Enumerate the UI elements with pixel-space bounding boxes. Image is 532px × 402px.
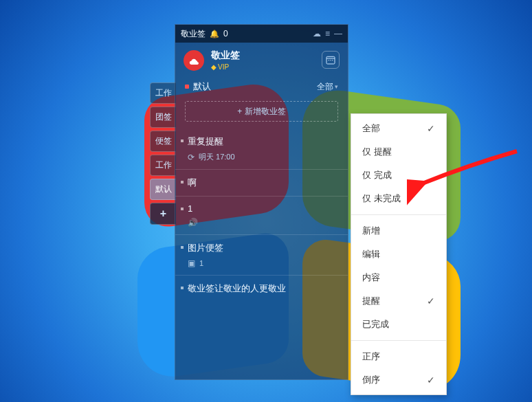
menu-item-done-only[interactable]: 仅 完成 <box>351 164 446 187</box>
menu-label: 编辑 <box>362 248 380 260</box>
app-header: 敬业签 ◆ VIP <box>175 43 348 78</box>
window-title: 敬业签 <box>181 28 206 40</box>
menu-separator <box>351 340 446 341</box>
menu-item-new[interactable]: 新增 <box>351 219 446 243</box>
cloud-sync-icon[interactable]: ☁ <box>313 29 321 38</box>
menu-label: 仅 提醒 <box>362 146 392 158</box>
side-tab-work1[interactable]: 工作 <box>150 82 176 104</box>
menu-item-edit[interactable]: 编辑 <box>351 243 446 266</box>
svg-point-3 <box>330 60 331 60</box>
filter-dropdown-trigger[interactable]: 全部 ▾ <box>317 81 338 93</box>
notification-count: 0 <box>223 29 228 38</box>
menu-label: 仅 未完成 <box>362 192 401 205</box>
menu-label: 内容 <box>362 271 380 284</box>
menu-icon[interactable]: ≡ <box>325 29 330 38</box>
side-tab-work2[interactable]: 工作 <box>150 155 176 176</box>
menu-item-remind[interactable]: 提醒 ✓ <box>351 289 446 313</box>
list-item[interactable]: 1 🔊 <box>175 196 348 234</box>
menu-separator <box>351 214 446 215</box>
note-title: 敬业签让敬业的人更敬业 <box>188 282 286 295</box>
filter-menu: 全部 ✓ 仅 提醒 仅 完成 仅 未完成 新增 编辑 内容 提醒 ✓ 已完成 <box>351 113 447 395</box>
svg-point-2 <box>329 60 329 60</box>
sound-icon: 🔊 <box>188 218 198 227</box>
add-note-label: + 新增敬业签 <box>237 106 285 118</box>
app-logo <box>184 50 204 71</box>
note-list: 重复提醒 ⟳ 明天 17:00 啊 1 🔊 图片便签 ▣ 1 敬业签让敬业的人更… <box>175 129 348 379</box>
list-item[interactable]: 图片便签 ▣ 1 <box>175 234 348 275</box>
current-category-label: 默认 <box>193 80 211 93</box>
check-icon: ✓ <box>427 295 435 306</box>
note-title: 啊 <box>188 177 197 189</box>
note-title: 图片便签 <box>188 242 223 254</box>
side-tab-team[interactable]: 团签 <box>150 107 176 128</box>
cloud-check-icon <box>188 54 200 67</box>
minimize-icon[interactable]: — <box>334 29 342 38</box>
note-meta: 明天 17:00 <box>199 152 235 162</box>
add-note-button[interactable]: + 新增敬业签 <box>185 101 338 122</box>
side-tab-add[interactable]: + <box>150 203 176 225</box>
check-icon: ✓ <box>427 123 435 134</box>
calendar-button[interactable] <box>322 51 340 69</box>
menu-label: 正序 <box>362 350 380 363</box>
side-tab-default[interactable]: 默认 <box>150 179 176 200</box>
svg-point-4 <box>332 60 333 60</box>
menu-label: 仅 完成 <box>362 169 392 181</box>
menu-label: 提醒 <box>362 295 380 307</box>
calendar-icon <box>325 54 336 65</box>
menu-label: 倒序 <box>362 374 380 386</box>
menu-item-asc[interactable]: 正序 <box>351 345 446 368</box>
category-dot-icon <box>185 85 189 89</box>
list-item[interactable]: 重复提醒 ⟳ 明天 17:00 <box>175 129 348 169</box>
bell-icon[interactable]: 🔔 <box>210 30 219 38</box>
diamond-icon: ◆ <box>211 63 217 71</box>
repeat-icon: ⟳ <box>188 153 195 162</box>
menu-label: 已完成 <box>362 318 389 331</box>
menu-item-completed[interactable]: 已完成 <box>351 313 446 336</box>
chevron-down-icon: ▾ <box>335 83 338 90</box>
menu-item-undone-only[interactable]: 仅 未完成 <box>351 187 446 210</box>
menu-label: 全部 <box>362 122 380 135</box>
image-icon: ▣ <box>188 258 195 268</box>
vip-badge: ◆ VIP <box>211 63 240 71</box>
vip-label: VIP <box>218 63 229 71</box>
note-title: 1 <box>188 203 192 214</box>
menu-item-all[interactable]: 全部 ✓ <box>351 117 446 140</box>
list-item[interactable]: 啊 <box>175 169 348 196</box>
side-tabs: 工作 团签 便签 工作 默认 + <box>150 82 176 225</box>
window-titlebar: 敬业签 🔔 0 ☁ ≡ — <box>175 25 348 43</box>
app-window: 敬业签 🔔 0 ☁ ≡ — 敬业签 ◆ VIP <box>175 24 348 380</box>
check-icon: ✓ <box>427 375 435 386</box>
note-meta: 1 <box>199 259 203 267</box>
menu-item-remind-only[interactable]: 仅 提醒 <box>351 140 446 164</box>
app-name-label: 敬业签 <box>211 49 240 62</box>
side-tab-note[interactable]: 便签 <box>150 131 176 152</box>
note-title: 重复提醒 <box>188 135 223 148</box>
filter-label: 全部 <box>317 81 333 93</box>
menu-item-desc[interactable]: 倒序 ✓ <box>351 368 446 392</box>
category-bar: 默认 全部 ▾ <box>175 78 348 98</box>
menu-label: 新增 <box>362 225 380 237</box>
menu-item-content[interactable]: 内容 <box>351 266 446 289</box>
list-item[interactable]: 敬业签让敬业的人更敬业 <box>175 275 348 302</box>
